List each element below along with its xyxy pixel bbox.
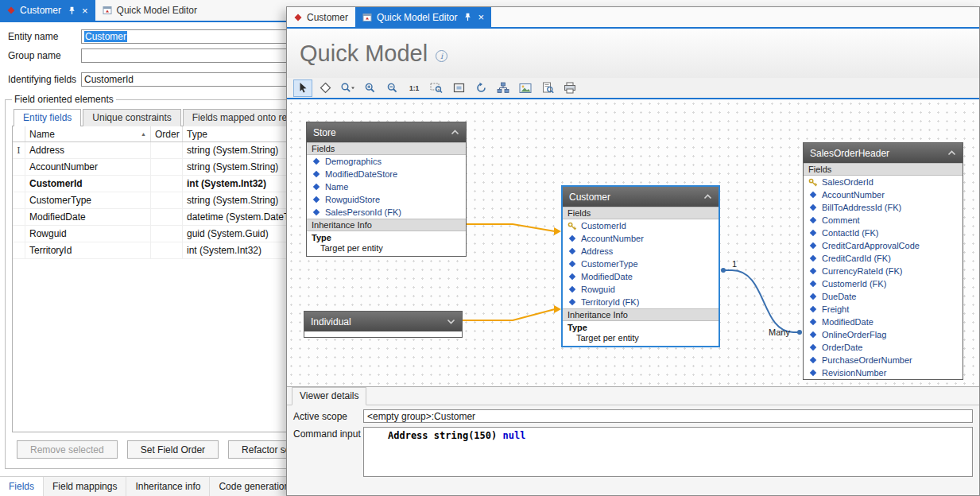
entity-field[interactable]: DueDate [804,290,963,303]
entity-store[interactable]: StoreFieldsDemographicsModifiedDateStore… [306,122,467,257]
entity-field[interactable]: Name [307,180,466,193]
column-header-order[interactable]: Order [151,126,183,141]
entity-customer[interactable]: CustomerFieldsCustomerIdAccountNumberAdd… [561,185,720,347]
viewer-tab-bar: Viewer details [287,387,979,405]
field-name: Address [581,246,613,256]
cell-order [151,192,183,208]
model-canvas[interactable]: 1 Many StoreFieldsDemographicsModifiedDa… [287,99,979,386]
column-header-name[interactable]: Name▲ [25,126,151,141]
field-diamond-icon [567,287,577,292]
collapse-icon[interactable] [947,150,956,156]
entity-field[interactable]: SalesPersonId (FK) [307,206,466,219]
entity-field[interactable]: Comment [804,214,963,227]
remove-selected-button[interactable]: Remove selected [17,440,118,459]
row-marker [13,159,25,175]
field-name: CreditCardId (FK) [822,254,891,263]
entity-field[interactable]: OnlineOrderFlag [804,328,963,341]
entity-field[interactable]: CurrencyRateId (FK) [804,265,963,277]
group-name-input[interactable] [81,48,289,63]
pin-icon[interactable] [68,6,76,15]
entity-salesorderheader[interactable]: SalesOrderHeaderFieldsSalesOrderIdAccoun… [803,142,963,380]
entity-field[interactable]: ModifiedDateStore [307,168,466,180]
auto-layout-icon[interactable] [494,79,513,97]
field-diamond-icon [808,269,818,273]
field-name: Comment [822,215,860,225]
entity-field[interactable]: Address [563,245,719,258]
field-diamond-icon [808,205,818,210]
entity-header[interactable]: Store [307,122,466,142]
set-field-order-button[interactable]: Set Field Order [127,440,219,459]
field-diamond-icon [808,307,818,312]
entity-field[interactable]: AccountNumber [804,188,963,201]
relation-customer-salesorderheader[interactable] [723,270,800,332]
field-diamond-icon [567,300,577,304]
identifying-fields-input[interactable]: CustomerId [81,72,289,87]
tab-inheritance-info[interactable]: Inheritance info [126,477,210,496]
entity-field[interactable]: ModifiedDate [804,316,963,328]
field-diamond-icon [808,332,818,337]
close-icon[interactable]: × [478,12,484,22]
entity-header[interactable]: Individual [304,312,462,331]
entity-field[interactable]: Rowguid [563,283,719,296]
row-marker [13,209,25,225]
fit-to-window-icon[interactable] [449,79,468,97]
pin-icon[interactable] [464,13,471,21]
close-icon[interactable]: × [82,6,88,16]
zoom-tool-icon[interactable] [338,79,357,97]
command-input[interactable]: Address string(150) null [363,427,973,477]
tab-quick-model-editor[interactable]: Quick Model Editor× [355,7,491,27]
entity-individual[interactable]: Individual [304,311,463,338]
field-name: OrderDate [822,343,862,352]
entity-field[interactable]: CustomerId (FK) [804,277,963,290]
entity-field[interactable]: CustomerType [563,258,719,270]
relation-store-customer[interactable] [467,224,555,231]
entity-field[interactable]: ModifiedDate [563,270,719,283]
cell-order [151,176,183,192]
entity-field[interactable]: CreditCardId (FK) [804,252,963,265]
entity-field[interactable]: RevisionNumber [804,366,963,379]
info-icon[interactable]: i [436,50,447,62]
entity-field[interactable]: Demographics [307,155,466,168]
zoom-actual-size-icon[interactable]: 1:1 [405,79,424,97]
entity-header[interactable]: SalesOrderHeader [804,143,963,163]
zoom-out-icon[interactable] [382,79,401,97]
entity-header[interactable]: Customer [563,187,719,207]
entity-field[interactable]: BillToAddressId (FK) [804,201,963,214]
field-diamond-icon [808,218,818,223]
pointer-tool-icon[interactable] [293,79,312,97]
expand-icon[interactable] [447,319,455,324]
tab-quick-model-editor[interactable]: Quick Model Editor [95,0,204,21]
refresh-layout-icon[interactable] [471,79,490,97]
zoom-region-icon[interactable] [427,79,446,97]
entity-field[interactable]: ContactId (FK) [804,227,963,239]
print-icon[interactable] [560,79,579,97]
entity-name-input[interactable]: Customer [81,29,289,44]
tab-unique-constraints[interactable]: Unique constraints [83,109,180,126]
field-name: Rowguid [581,285,615,294]
tab-entity-fields[interactable]: Entity fields [14,109,81,126]
entity-field[interactable]: PurchaseOrderNumber [804,354,963,366]
entity-field[interactable]: CreditCardApprovalCode [804,239,963,252]
tab-customer[interactable]: Customer× [0,0,95,21]
new-entity-tool-icon[interactable] [316,79,335,97]
tab-fields[interactable]: Fields [0,477,44,496]
zoom-in-icon[interactable] [360,79,379,97]
cell-name: Rowguid [25,226,151,242]
active-scope-input[interactable]: <empty group>:Customer [363,409,973,423]
entity-field[interactable]: RowguidStore [307,193,466,206]
entity-field[interactable]: AccountNumber [563,232,719,245]
tab-viewer-details[interactable]: Viewer details [292,387,366,405]
entity-field[interactable]: TerritoryId (FK) [563,296,719,308]
find-element-icon[interactable] [538,79,557,97]
entity-field[interactable]: Freight [804,303,963,316]
entity-field[interactable]: SalesOrderId [804,176,963,188]
export-image-icon[interactable] [516,79,535,97]
collapse-icon[interactable] [451,130,459,135]
relation-individual-customer[interactable] [463,309,555,320]
entity-field[interactable]: OrderDate [804,341,963,354]
row-marker [13,176,25,192]
collapse-icon[interactable] [703,194,712,200]
tab-customer[interactable]: Customer [287,7,355,27]
tab-field-mappings[interactable]: Field mappings [44,477,126,496]
entity-field[interactable]: CustomerId [563,219,719,232]
